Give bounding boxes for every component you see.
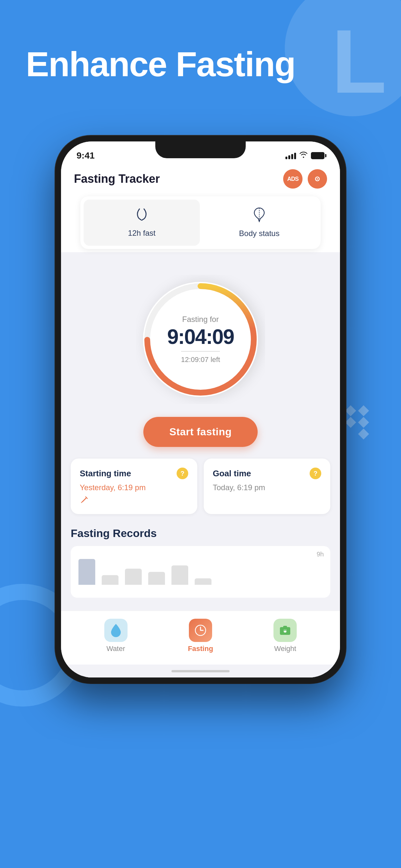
weight-nav-icon (274, 619, 297, 642)
bar-4 (148, 572, 165, 585)
svg-rect-7 (283, 626, 287, 628)
tab-body-status-label: Body status (239, 229, 279, 238)
bar-6 (195, 578, 212, 585)
settings-button[interactable] (308, 169, 327, 189)
time-left-label: 12:09:07 left (152, 355, 249, 364)
nav-weight[interactable]: Weight (274, 619, 297, 653)
status-time: 9:41 (76, 151, 95, 161)
svg-point-1 (317, 178, 318, 180)
signal-icon (285, 152, 296, 159)
bottom-nav: Water Fasting (61, 611, 340, 664)
goal-time-title: Goal time (213, 469, 251, 478)
tab-body-status[interactable]: Body status (201, 199, 317, 246)
nav-fasting-label: Fasting (188, 645, 213, 653)
chart-bar-1 (79, 559, 95, 585)
phone-frame: 9:41 (55, 135, 346, 683)
chart-bar-5 (172, 565, 188, 585)
battery-icon (311, 152, 325, 159)
bar-1 (79, 559, 95, 585)
main-headline: Enhance Fasting (26, 45, 375, 84)
nav-water-label: Water (106, 645, 125, 653)
header-buttons: ADS (283, 169, 327, 189)
goal-time-info[interactable]: ? (310, 468, 321, 479)
timer-divider (181, 351, 220, 352)
time-cards: Starting time ? Yesterday, 6:19 pm (71, 459, 330, 514)
chart-bar-3 (125, 569, 142, 585)
phone-mockup: 9:41 (55, 135, 346, 683)
records-section: Fasting Records 9h (71, 524, 330, 601)
goal-time-card: Goal time ? Today, 6:19 pm (204, 459, 330, 514)
headline-section: Enhance Fasting (26, 45, 375, 84)
mode-tabs: 12h fast Body status (81, 196, 320, 249)
goal-time-value: Today, 6:19 pm (213, 483, 321, 492)
start-button-container: Start fasting (71, 414, 330, 459)
fasting-for-label: Fasting for (152, 315, 249, 324)
bar-5 (172, 565, 188, 585)
starting-time-header: Starting time ? (80, 468, 188, 479)
bar-2 (102, 575, 119, 585)
starting-time-info[interactable]: ? (177, 468, 188, 479)
timer-circle: Fasting for 9:04:09 12:09:07 left (136, 275, 265, 404)
chart-bar-4 (148, 572, 165, 585)
bg-diamonds (347, 407, 382, 438)
home-indicator (61, 664, 340, 678)
timer-time: 9:04:09 (152, 327, 249, 347)
nav-water[interactable]: Water (104, 619, 127, 653)
app-header: Fasting Tracker ADS (61, 164, 340, 196)
records-chart: 9h (71, 546, 330, 598)
app-title: Fasting Tracker (74, 172, 160, 186)
chart-bar-2 (102, 575, 119, 585)
tab-12h-fast[interactable]: 12h fast (84, 199, 200, 246)
nav-fasting[interactable]: Fasting (188, 619, 213, 653)
timer-display-inner: Fasting for 9:04:09 12:09:07 left (152, 315, 249, 364)
fasting-nav-icon (189, 619, 212, 642)
home-bar (172, 670, 229, 672)
chart-bar-6 (195, 578, 212, 585)
starting-time-title: Starting time (80, 469, 131, 478)
nav-weight-label: Weight (274, 645, 296, 653)
fast-icon (134, 207, 150, 225)
ads-button[interactable]: ADS (283, 169, 303, 189)
start-fasting-button[interactable]: Start fasting (143, 417, 257, 447)
status-icons (285, 151, 325, 160)
timer-section: Fasting for 9:04:09 12:09:07 left (71, 262, 330, 414)
starting-time-card: Starting time ? Yesterday, 6:19 pm (71, 459, 197, 514)
records-title: Fasting Records (71, 527, 330, 539)
goal-time-header: Goal time ? (213, 468, 321, 479)
chart-max-label: 9h (317, 551, 324, 558)
tab-12h-fast-label: 12h fast (128, 228, 155, 238)
main-content: Fasting for 9:04:09 12:09:07 left Start … (61, 252, 340, 601)
phone-notch (155, 142, 246, 158)
wifi-icon (299, 151, 308, 160)
starting-time-value: Yesterday, 6:19 pm (80, 483, 188, 492)
bar-3 (125, 569, 142, 585)
body-status-icon (252, 207, 267, 225)
edit-starting-time-icon[interactable] (80, 495, 188, 506)
chart-bars (79, 553, 322, 585)
phone-screen: 9:41 (61, 142, 340, 678)
water-nav-icon (104, 619, 127, 642)
